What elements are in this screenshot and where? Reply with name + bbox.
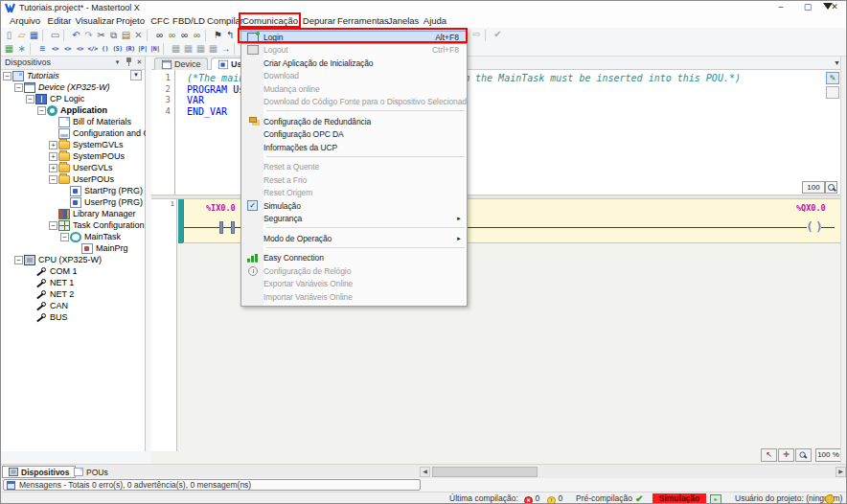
- replace-in-project-icon[interactable]: ∞: [191, 30, 203, 42]
- expand-icon[interactable]: +: [49, 152, 57, 161]
- menu-item-exportar-variaveis-online[interactable]: Exportar Variáveis Online: [241, 278, 467, 291]
- declaration-edit-toggle[interactable]: ✎: [826, 72, 839, 84]
- tree-item-systemgvls[interactable]: +SystemGVLs: [1, 139, 146, 150]
- tree-item-cpu-xp325-w[interactable]: −CPU (XP325-W): [1, 254, 146, 265]
- tree-item-application[interactable]: −Application: [1, 104, 146, 116]
- insert-box-with-en-icon[interactable]: ▦: [182, 43, 195, 56]
- contact-address[interactable]: %IX0.0: [206, 203, 236, 213]
- project-dropdown-icon[interactable]: ▼: [130, 70, 142, 80]
- collapse-icon[interactable]: −: [14, 256, 23, 264]
- pan-icon[interactable]: ✛: [778, 448, 794, 462]
- insert-contact-icon[interactable]: <>: [49, 43, 61, 56]
- restore-button[interactable]: ▢: [794, 1, 821, 14]
- collapse-icon[interactable]: −: [49, 221, 57, 230]
- menu-item-reset-origem[interactable]: Reset Origem: [241, 187, 467, 200]
- contact-symbol[interactable]: [231, 221, 235, 234]
- minimize-button[interactable]: –: [767, 1, 794, 14]
- tab-pous[interactable]: POUs: [68, 466, 113, 478]
- menubar-item-arquivo[interactable]: Arquivo: [9, 14, 41, 28]
- new-file-icon[interactable]: ▯: [3, 30, 15, 42]
- menu-item-criar-aplicacao-de-inicializacao[interactable]: Criar Aplicação de Inicialização: [241, 57, 467, 70]
- copy-icon[interactable]: ⧉: [107, 30, 120, 42]
- menu-item-reset-a-frio[interactable]: Reset a Frio: [241, 173, 467, 187]
- pin-icon[interactable]: [124, 57, 134, 68]
- panel-menu-icon[interactable]: ▾: [112, 57, 123, 68]
- insert-function-block-icon[interactable]: ▦: [207, 43, 219, 56]
- menubar-item-depurar[interactable]: Depurar: [302, 14, 336, 28]
- save-project-icon[interactable]: ▦: [28, 30, 40, 42]
- menubar-item-comunicacao[interactable]: Comunicação: [241, 14, 299, 28]
- menu-item-logout[interactable]: LogoutCtrl+F8: [241, 44, 467, 57]
- menubar-item-editar[interactable]: Editar: [45, 14, 74, 28]
- open-project-icon[interactable]: ▱: [15, 30, 28, 42]
- messages-tab[interactable]: Mensagens - Totais 0 erro(s), 0 advertên…: [3, 479, 421, 491]
- bookmark-toggle-icon[interactable]: ⚑: [212, 30, 224, 42]
- documentation-toggle[interactable]: [826, 86, 839, 99]
- insert-serial-contact-icon[interactable]: <>: [74, 43, 86, 56]
- zoom-tool-icon[interactable]: [795, 448, 812, 462]
- coil-symbol[interactable]: (: [806, 219, 813, 234]
- insert-coil-icon[interactable]: (): [99, 43, 111, 56]
- editor-right-scrollstrip[interactable]: [840, 57, 847, 464]
- tab-list-chevron-down-icon[interactable]: ▼: [834, 59, 840, 66]
- tree-item-task-configuration[interactable]: −Task Configuration: [1, 219, 146, 231]
- tree-item-mainprg[interactable]: MainPrg: [1, 242, 146, 254]
- magnifier-icon[interactable]: [825, 181, 837, 194]
- tree-item-tutoriais[interactable]: −Tutoriais▼: [1, 70, 146, 81]
- menubar-item-projeto[interactable]: Projeto: [114, 14, 147, 28]
- coil-address[interactable]: %QX0.0: [796, 203, 826, 213]
- funnel-icon[interactable]: [823, 3, 833, 10]
- delete-icon[interactable]: ✕: [132, 30, 145, 42]
- tree-item-configuration-and-consumption[interactable]: Configuration and Consumption: [1, 127, 146, 139]
- menu-item-configuracao-opc-da[interactable]: Configuração OPC DA: [241, 128, 467, 142]
- expand-icon[interactable]: +: [49, 164, 57, 172]
- go-online-alt-icon[interactable]: ⇨: [470, 29, 483, 41]
- menu-item-mudanca-online[interactable]: Mudança online: [241, 82, 467, 96]
- tree-item-systempous[interactable]: +SystemPOUs: [1, 150, 146, 162]
- paste-icon[interactable]: ▤: [120, 30, 132, 42]
- tree-item-net-1[interactable]: NET 1: [1, 277, 146, 288]
- menu-item-configuracao-de-relogio[interactable]: Configuração de Relógio: [241, 264, 467, 278]
- menu-item-simulacao[interactable]: ✓Simulação: [241, 199, 467, 213]
- collapse-icon[interactable]: −: [14, 83, 23, 92]
- tree-item-usergvls[interactable]: +UserGVLs: [1, 162, 146, 173]
- menubar-item-fbd-ld[interactable]: FBD/LD: [172, 14, 205, 28]
- tree-item-userprg-prg[interactable]: UserPrg (PRG): [1, 196, 146, 208]
- menu-item-seguranca[interactable]: Segurança►: [241, 213, 467, 226]
- cut-icon[interactable]: ✂: [95, 30, 107, 42]
- tree-item-bus[interactable]: BUS: [1, 311, 146, 323]
- tree-item-startprg-prg[interactable]: StartPrg (PRG): [1, 185, 146, 196]
- menu-item-easy-connection[interactable]: Easy Connection: [241, 252, 467, 265]
- menu-item-reset-a-quente[interactable]: Reset a Quente: [241, 161, 467, 174]
- collapse-icon[interactable]: −: [37, 106, 46, 115]
- menu-item-informacoes-da-ucp[interactable]: Informações da UCP: [241, 141, 467, 154]
- coil-symbol[interactable]: ): [815, 219, 823, 234]
- tree-item-net-2[interactable]: NET 2: [1, 288, 146, 300]
- previous-bookmark-icon[interactable]: ↰: [224, 30, 237, 42]
- insert-empty-box-icon[interactable]: ▦: [170, 43, 182, 56]
- collapse-icon[interactable]: −: [60, 233, 69, 241]
- menubar-item-ferramentas[interactable]: Ferramentas: [337, 14, 385, 28]
- tree-item-com-1[interactable]: COM 1: [1, 265, 146, 277]
- tree-item-library-manager[interactable]: Library Manager: [1, 208, 146, 219]
- insert-parallel-contact-icon[interactable]: <>: [61, 43, 74, 56]
- editor-scroll-left-icon[interactable]: ◀: [420, 467, 430, 477]
- menu-item-configuracao-de-redundancia[interactable]: Configuração de Redundância: [241, 115, 467, 128]
- tree-item-can[interactable]: CAN: [1, 300, 146, 311]
- ladder-zoom-value[interactable]: 100 %: [815, 448, 841, 462]
- menu-item-download-do-codigo-fonte-para-o-dispositivo-selecionado[interactable]: Download do Código Fonte para o Disposit…: [241, 96, 467, 109]
- menubar-item-ajuda[interactable]: Ajuda: [422, 14, 448, 28]
- tree-item-device-xp325-w[interactable]: −Device (XP325-W): [1, 81, 146, 93]
- contact-symbol[interactable]: [219, 221, 223, 234]
- expand-icon[interactable]: +: [49, 141, 57, 149]
- insert-network-icon[interactable]: ≡: [36, 43, 49, 56]
- editor-scroll-thumb[interactable]: [432, 467, 538, 477]
- project-settings-icon[interactable]: ▦: [3, 43, 15, 56]
- insert-reset-coil-icon[interactable]: (R): [124, 43, 136, 56]
- menubar-item-janelas[interactable]: Janelas: [387, 14, 420, 28]
- menubar-item-visualizar[interactable]: Visualizar: [74, 14, 116, 28]
- insert-falling-edge-icon[interactable]: |N|: [149, 43, 161, 56]
- select-cursor-icon[interactable]: ↖: [761, 448, 777, 462]
- menu-item-importar-variaveis-online[interactable]: Importar Variáveis Online: [241, 290, 467, 304]
- editor-scroll-right-icon[interactable]: ▶: [836, 467, 846, 477]
